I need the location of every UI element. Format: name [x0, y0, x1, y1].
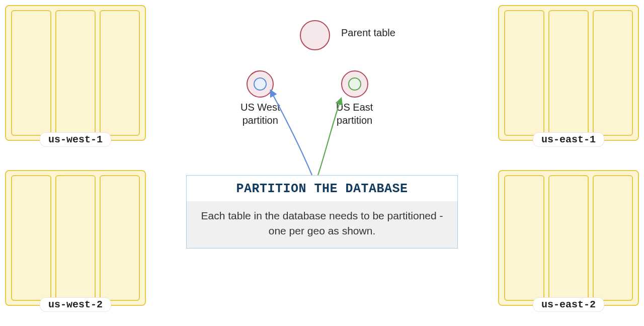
parent-table-icon [300, 20, 330, 50]
partition-outer-ring [341, 70, 368, 98]
us-east-partition-label: US East partition [336, 101, 373, 127]
parent-table-label: Parent table [341, 26, 395, 39]
region-column [100, 175, 140, 301]
info-box-title: PARTITION THE DATABASE [187, 176, 457, 201]
region-us-west-2: us-west-2 [5, 170, 146, 306]
region-column [504, 10, 544, 136]
region-us-east-2: us-east-2 [498, 170, 639, 306]
region-column [548, 175, 589, 301]
partition-inner-green-icon [348, 77, 361, 91]
diagram-canvas: us-west-1 us-east-1 us-west-2 us-east-2 … [0, 0, 644, 326]
region-label: us-west-1 [40, 132, 111, 147]
parent-table-label-wrap: Parent table [341, 26, 395, 39]
region-column [55, 10, 96, 136]
region-column [11, 10, 51, 136]
parent-table-node [300, 20, 330, 50]
region-column [593, 175, 633, 301]
region-column [548, 10, 589, 136]
region-column [593, 10, 633, 136]
region-column [100, 10, 140, 136]
region-label: us-east-1 [533, 132, 604, 147]
region-us-west-1: us-west-1 [5, 5, 146, 141]
partition-outer-ring [247, 70, 274, 98]
region-column [55, 175, 96, 301]
region-label: us-west-2 [40, 297, 111, 312]
us-west-partition-node: US West partition [240, 70, 280, 127]
info-box: PARTITION THE DATABASE Each table in the… [186, 175, 458, 249]
info-box-body: Each table in the database needs to be p… [187, 201, 457, 248]
region-column [504, 175, 544, 301]
us-west-partition-label: US West partition [240, 101, 280, 127]
us-east-partition-node: US East partition [336, 70, 373, 127]
region-us-east-1: us-east-1 [498, 5, 639, 141]
region-label: us-east-2 [533, 297, 604, 312]
region-column [11, 175, 51, 301]
partition-inner-blue-icon [254, 77, 267, 91]
